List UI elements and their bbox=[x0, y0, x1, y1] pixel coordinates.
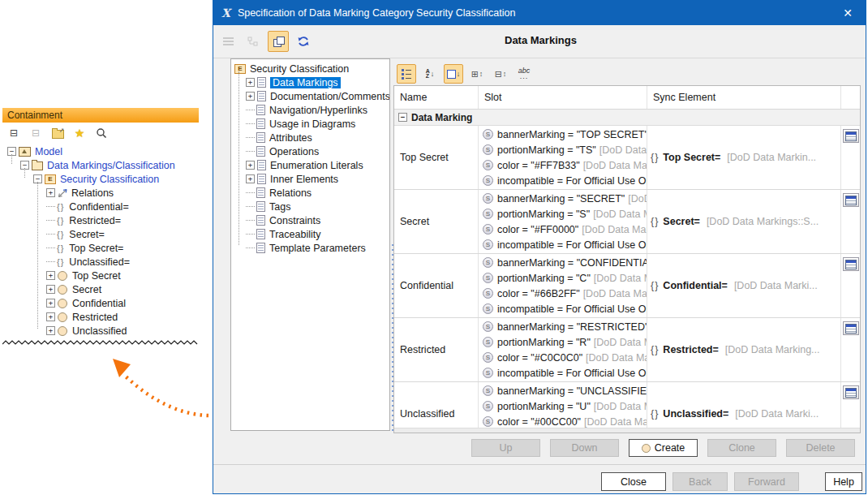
row-name-cell[interactable]: Restricted bbox=[394, 318, 479, 381]
containment-tree-item[interactable]: +Relations bbox=[2, 186, 199, 200]
containment-tree-item[interactable]: −Model bbox=[2, 144, 199, 158]
back-button[interactable]: Back bbox=[672, 472, 728, 491]
column-header-name[interactable]: Name bbox=[394, 86, 479, 109]
slot-entry[interactable]: Sincompatible = For Official Use Only[Do… bbox=[483, 237, 647, 252]
close-button[interactable]: Close bbox=[601, 472, 666, 491]
slot-entry[interactable]: SbannerMarking = "SECRET"[DoD Data Ma bbox=[483, 191, 647, 206]
delete-button[interactable]: Delete bbox=[786, 439, 855, 457]
row-sync-cell[interactable]: {}Confidential=[DoD Data Marki... bbox=[647, 254, 841, 317]
table-row[interactable]: Top SecretSbannerMarking = "TOP SECRET"[… bbox=[394, 126, 860, 190]
row-name-cell[interactable]: Confidential bbox=[394, 254, 479, 317]
slot-entry[interactable]: SbannerMarking = "UNCLASSIFIED"[DoD D bbox=[483, 383, 647, 398]
sort-alphabetically-icon[interactable]: AZ ↓ bbox=[420, 64, 440, 84]
tree-expander-icon[interactable]: + bbox=[46, 312, 55, 321]
slot-entry[interactable]: Scolor = "#C0C0C0"[DoD Data Markings::S bbox=[483, 350, 647, 365]
close-icon[interactable]: ✕ bbox=[838, 6, 857, 19]
row-slot-cell[interactable]: SbannerMarking = "CONFIDENTIAL"[DoDSport… bbox=[479, 254, 647, 317]
table-row[interactable]: ConfidentialSbannerMarking = "CONFIDENTI… bbox=[394, 254, 860, 318]
column-header-slot[interactable]: Slot bbox=[479, 86, 647, 109]
containment-tree-item[interactable]: {}Unclassified= bbox=[2, 255, 199, 269]
horizontal-scrollbar[interactable] bbox=[394, 428, 860, 433]
row-slot-cell[interactable]: SbannerMarking = "SECRET"[DoD Data MaSpo… bbox=[479, 190, 647, 253]
tree-expander-icon[interactable]: + bbox=[246, 78, 255, 87]
help-button[interactable]: Help bbox=[825, 472, 862, 491]
row-slot-cell[interactable]: SbannerMarking = "RESTRICTED"[DoD DatSpo… bbox=[479, 318, 647, 381]
slot-entry[interactable]: SportionMarking = "S"[DoD Data Markings bbox=[483, 206, 647, 222]
tree-expander-icon[interactable]: + bbox=[46, 188, 55, 197]
open-as-table-button[interactable] bbox=[843, 385, 859, 399]
row-slot-cell[interactable]: SbannerMarking = "UNCLASSIFIED"[DoD DSpo… bbox=[479, 382, 647, 433]
row-sync-cell[interactable]: {}Secret=[DoD Data Markings::S... bbox=[647, 190, 841, 253]
containment-tree-item[interactable]: {}Confidential= bbox=[2, 200, 199, 213]
down-button[interactable]: Down bbox=[550, 439, 619, 457]
create-button[interactable]: Create bbox=[629, 439, 698, 457]
group-by-icon[interactable]: ↓ bbox=[444, 64, 463, 84]
show-columns-icon[interactable] bbox=[397, 64, 416, 84]
up-button[interactable]: Up bbox=[471, 439, 540, 457]
slot-entry[interactable]: Sincompatible = For Official Use Only[Do… bbox=[483, 301, 647, 316]
containment-tree-item[interactable]: +Restricted bbox=[2, 310, 199, 324]
row-sync-cell[interactable]: {}Restricted=[DoD Data Marking... bbox=[647, 318, 841, 381]
nav-tree-item[interactable]: +Data Markings bbox=[234, 75, 389, 89]
nav-tree-item[interactable]: Constraints bbox=[234, 213, 389, 227]
forward-button[interactable]: Forward bbox=[734, 472, 799, 491]
nav-tree-root[interactable]: ESecurity Classification bbox=[234, 62, 389, 75]
open-as-table-button[interactable] bbox=[843, 129, 859, 143]
table-row[interactable]: UnclassifiedSbannerMarking = "UNCLASSIFI… bbox=[394, 382, 860, 433]
row-name-cell[interactable]: Secret bbox=[394, 190, 479, 253]
table-row[interactable]: RestrictedSbannerMarking = "RESTRICTED"[… bbox=[394, 318, 860, 382]
nav-tree-item[interactable]: Traceability bbox=[234, 227, 389, 241]
group-collapse-icon[interactable]: − bbox=[398, 113, 407, 122]
row-slot-cell[interactable]: SbannerMarking = "TOP SECRET"[DoD DatSpo… bbox=[479, 126, 647, 189]
row-name-cell[interactable]: Top Secret bbox=[394, 126, 479, 189]
tree-expander-icon[interactable]: + bbox=[46, 285, 55, 294]
nav-tree-item[interactable]: +Inner Elements bbox=[234, 172, 389, 186]
nav-tree-item[interactable]: Tags bbox=[234, 200, 389, 213]
row-sync-cell[interactable]: {}Top Secret=[DoD Data Markin... bbox=[647, 126, 841, 189]
nav-tree-item[interactable]: Navigation/Hyperlinks bbox=[234, 103, 389, 117]
nav-tree-item[interactable]: Relations bbox=[234, 186, 389, 200]
tree-view-icon[interactable] bbox=[243, 31, 264, 52]
slot-entry[interactable]: Sincompatible = For Official Use Only[Do… bbox=[483, 173, 647, 188]
open-folder-icon[interactable]: ➚ bbox=[50, 126, 65, 140]
slot-entry[interactable]: SportionMarking = "U"[DoD Data Marking bbox=[483, 398, 647, 414]
properties-list-icon[interactable] bbox=[217, 31, 238, 52]
refresh-icon[interactable] bbox=[293, 31, 314, 52]
collapse-nodes-icon[interactable]: ⊟↕ bbox=[491, 64, 510, 84]
dialog-titlebar[interactable]: X Specification of Data Marking Category… bbox=[213, 1, 866, 25]
slot-entry[interactable]: Scolor = "#66B2FF"[DoD Data Markings::Se bbox=[483, 286, 647, 301]
open-as-table-button[interactable] bbox=[843, 257, 859, 271]
tree-expander-icon[interactable]: + bbox=[46, 271, 55, 280]
standalone-window-icon[interactable] bbox=[268, 31, 289, 52]
search-icon[interactable] bbox=[94, 126, 109, 140]
collapse-all-icon[interactable]: ⊟ bbox=[6, 126, 21, 140]
open-as-table-button[interactable] bbox=[843, 193, 859, 207]
containment-tree-item[interactable]: +Unclassified bbox=[2, 324, 199, 338]
nav-tree-item[interactable]: +Enumeration Literals bbox=[234, 158, 389, 172]
slot-entry[interactable]: SbannerMarking = "TOP SECRET"[DoD Dat bbox=[483, 127, 647, 142]
containment-tree-item[interactable]: −Data Markings/Classification bbox=[2, 158, 199, 172]
expand-nodes-icon[interactable]: ⊞↕ bbox=[467, 64, 487, 84]
table-row[interactable]: SecretSbannerMarking = "SECRET"[DoD Data… bbox=[394, 190, 860, 254]
row-name-cell[interactable]: Unclassified bbox=[394, 382, 479, 433]
slot-entry[interactable]: Scolor = "#FF0000"[DoD Data Markings::Se bbox=[483, 222, 647, 237]
nav-tree-item[interactable]: Usage in Diagrams bbox=[234, 117, 389, 131]
slot-entry[interactable]: SbannerMarking = "RESTRICTED"[DoD Dat bbox=[483, 319, 647, 334]
clone-button[interactable]: Clone bbox=[707, 439, 776, 457]
containment-tree-item[interactable]: {}Secret= bbox=[2, 227, 199, 241]
row-sync-cell[interactable]: {}Unclassified=[DoD Data Marki... bbox=[647, 382, 841, 433]
containment-tree-item[interactable]: {}Top Secret= bbox=[2, 241, 199, 255]
slot-entry[interactable]: SbannerMarking = "CONFIDENTIAL"[DoD bbox=[483, 255, 647, 270]
tree-expander-icon[interactable]: + bbox=[246, 161, 255, 170]
nav-tree-item[interactable]: Operations bbox=[234, 144, 389, 158]
slot-entry[interactable]: SportionMarking = "R"[DoD Data Markings bbox=[483, 334, 647, 350]
slot-entry[interactable]: Sincompatible = For Official Use Only[Do… bbox=[483, 365, 647, 381]
open-as-table-button[interactable] bbox=[843, 321, 859, 335]
slot-entry[interactable]: SportionMarking = "C"[DoD Data Marking bbox=[483, 270, 647, 286]
tree-expander-icon[interactable]: + bbox=[246, 92, 255, 101]
column-header-sync-element[interactable]: Sync Element bbox=[647, 86, 841, 109]
containment-tree-item[interactable]: +Confidential bbox=[2, 296, 199, 310]
slot-entry[interactable]: SportionMarking = "TS"[DoD Data Markin bbox=[483, 142, 647, 157]
containment-tree-item[interactable]: +Top Secret bbox=[2, 269, 199, 282]
table-group-row[interactable]: − Data Marking bbox=[394, 110, 860, 126]
